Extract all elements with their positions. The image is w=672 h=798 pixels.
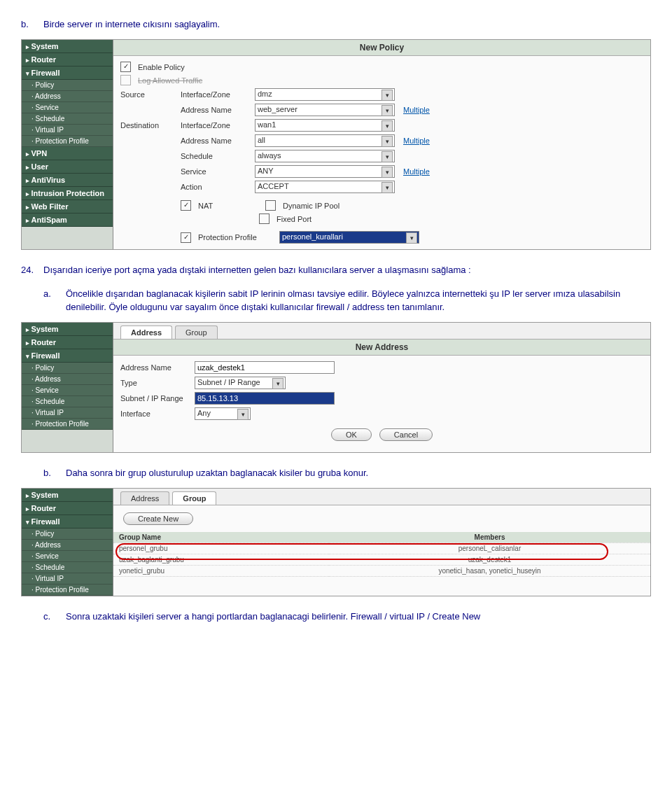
dynpool-checkbox[interactable]: [265, 200, 276, 211]
nav-policy[interactable]: Policy: [22, 363, 113, 374]
tab-address[interactable]: Address: [120, 326, 172, 339]
nav-protprof[interactable]: Protection Profile: [22, 584, 113, 596]
screenshot-group-table: System Router Firewall Policy Address Se…: [21, 488, 651, 596]
nav-vpn[interactable]: VPN: [22, 147, 113, 160]
nav-router[interactable]: Router: [22, 53, 113, 66]
enable-policy-label: Enable Policy: [138, 63, 185, 71]
screenshot-new-policy: System Router Firewall Policy Address Se…: [21, 39, 651, 250]
nav-antispam[interactable]: AntiSpam: [22, 214, 113, 227]
ok-button[interactable]: OK: [331, 428, 372, 441]
nav-address[interactable]: Address: [22, 540, 113, 551]
src-multiple-link[interactable]: Multiple: [403, 106, 430, 114]
lab-address-name: Address Name: [120, 363, 190, 372]
action-select[interactable]: ACCEPT: [255, 181, 395, 193]
address-name-input[interactable]: [195, 361, 335, 374]
nav-service[interactable]: Service: [22, 102, 113, 113]
col-members: Members: [329, 532, 650, 543]
lab-type: Type: [120, 379, 190, 387]
log-allowed-label: Log Allowed Traffic: [138, 76, 202, 85]
lab-ifzone2: Interface/Zone: [181, 121, 251, 130]
cell-name[interactable]: yonetici_grubu: [113, 565, 329, 576]
src-address-select[interactable]: web_server: [255, 104, 395, 116]
protprof-label: Protection Profile: [198, 233, 275, 241]
service-select[interactable]: ANY: [255, 165, 395, 178]
nav-virtualip[interactable]: Virtual IP: [22, 573, 113, 584]
nat-label: NAT: [198, 202, 261, 210]
tab-group[interactable]: Group: [172, 491, 216, 505]
nav-protprof[interactable]: Protection Profile: [22, 136, 113, 147]
list-text: Daha sonra bir grup olusturulup uzaktan …: [66, 467, 368, 479]
cancel-button[interactable]: Cancel: [379, 428, 433, 441]
sidebar: System Router Firewall Policy Address Se…: [22, 40, 113, 249]
nat-checkbox[interactable]: [181, 200, 191, 211]
protprof-select[interactable]: personel_kurallari: [279, 231, 419, 244]
enable-policy-checkbox[interactable]: [120, 62, 131, 72]
list-item-24: 24. Dışarıdan iceriye port açma yada dış…: [21, 260, 651, 281]
cell-members: yonetici_hasan, yonetici_huseyin: [329, 565, 650, 576]
lab-dest: Destination: [120, 121, 176, 130]
col-group-name: Group Name: [113, 532, 329, 543]
nav-firewall[interactable]: Firewall: [22, 515, 113, 528]
tab-address[interactable]: Address: [120, 491, 169, 505]
lab-addrname2: Address Name: [181, 136, 251, 145]
nav-schedule[interactable]: Schedule: [22, 396, 113, 407]
screenshot-new-address: System Router Firewall Policy Address Se…: [21, 322, 651, 453]
list-mark: b.: [21, 18, 34, 31]
log-allowed-checkbox[interactable]: [120, 75, 131, 85]
nav-firewall[interactable]: Firewall: [22, 66, 113, 80]
nav-schedule[interactable]: Schedule: [22, 113, 113, 125]
list-item-b1: b. Birde server ın internete cıkısını sa…: [21, 14, 651, 35]
dst-multiple-link[interactable]: Multiple: [403, 136, 430, 145]
dst-address-select[interactable]: all: [255, 134, 395, 147]
nav-system[interactable]: System: [22, 40, 113, 53]
svc-multiple-link[interactable]: Multiple: [403, 167, 430, 176]
lab-schedule: Schedule: [181, 152, 251, 160]
protprof-checkbox[interactable]: [181, 232, 191, 243]
nav-system[interactable]: System: [22, 489, 113, 502]
lab-service: Service: [181, 167, 251, 176]
list-mark: b.: [43, 467, 56, 479]
nav-policy[interactable]: Policy: [22, 80, 113, 91]
panel-title: New Address: [113, 340, 650, 356]
nav-router[interactable]: Router: [22, 502, 113, 515]
fixedport-checkbox[interactable]: [259, 214, 270, 224]
nav-webfilter[interactable]: Web Filter: [22, 200, 113, 214]
sidebar: System Router Firewall Policy Address Se…: [22, 489, 113, 596]
type-select[interactable]: Subnet / IP Range: [195, 377, 286, 389]
lab-source: Source: [120, 90, 176, 99]
fixedport-label: Fixed Port: [276, 215, 312, 223]
panel-title: New Policy: [113, 40, 650, 56]
list-mark: c.: [43, 610, 56, 623]
nav-protprof[interactable]: Protection Profile: [22, 419, 113, 430]
list-mark: 24.: [21, 264, 34, 276]
nav-antivirus[interactable]: AntiVirus: [22, 174, 113, 187]
nav-user[interactable]: User: [22, 160, 113, 174]
nav-schedule[interactable]: Schedule: [22, 562, 113, 573]
nav-service[interactable]: Service: [22, 551, 113, 562]
interface-select[interactable]: Any: [195, 407, 251, 420]
list-text: Dışarıdan iceriye port açma yada dıştaki…: [43, 264, 471, 276]
dst-interface-select[interactable]: wan1: [255, 119, 395, 132]
nav-firewall[interactable]: Firewall: [22, 349, 113, 363]
subnet-range-input[interactable]: [195, 392, 335, 405]
lab-interface: Interface: [120, 410, 190, 418]
lab-action: Action: [181, 183, 251, 191]
highlight-circle-icon: [115, 543, 608, 560]
nav-router[interactable]: Router: [22, 336, 113, 349]
list-text: Sonra uzaktaki kişileri server a hangi p…: [66, 610, 480, 623]
nav-policy[interactable]: Policy: [22, 528, 113, 540]
tab-group[interactable]: Group: [175, 326, 218, 339]
create-new-button[interactable]: Create New: [123, 512, 193, 525]
nav-service[interactable]: Service: [22, 385, 113, 396]
nav-virtualip[interactable]: Virtual IP: [22, 125, 113, 136]
nav-intrusion[interactable]: Intrusion Protection: [22, 187, 113, 200]
nav-address[interactable]: Address: [22, 91, 113, 102]
table-row: yonetici_grubuyonetici_hasan, yonetici_h…: [113, 565, 650, 576]
nav-address[interactable]: Address: [22, 374, 113, 385]
dynpool-label: Dynamic IP Pool: [283, 202, 340, 210]
nav-system[interactable]: System: [22, 323, 113, 336]
list-item-a: a. Öncelikle dışarıdan baglanacak kişile…: [43, 284, 651, 317]
schedule-select[interactable]: always: [255, 150, 395, 162]
nav-virtualip[interactable]: Virtual IP: [22, 407, 113, 419]
src-interface-select[interactable]: dmz: [255, 88, 395, 101]
